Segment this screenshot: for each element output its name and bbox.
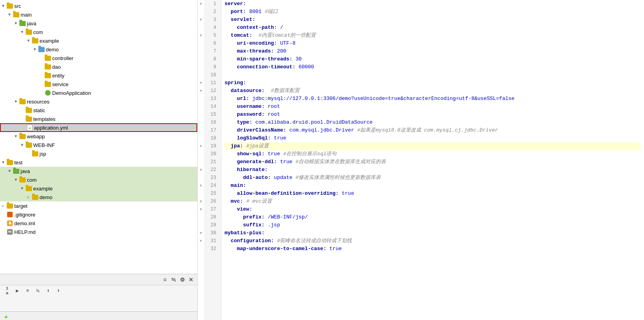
code-segment: [249, 95, 252, 103]
code-segment: type:: [237, 119, 252, 126]
tree-item-webapp[interactable]: ▼webapp: [0, 132, 197, 141]
toolbar-sort-alpha-btn[interactable]: 1a: [3, 287, 11, 295]
tree-item-test-example[interactable]: ▼example: [0, 184, 197, 193]
code-segment: connection-timeout:: [237, 63, 295, 71]
tree-arrow[interactable]: ▼: [0, 4, 6, 8]
toolbar-down-btn[interactable]: ⬇: [55, 287, 62, 295]
code-segment: [262, 8, 265, 16]
tree-item-jsp[interactable]: jsp: [0, 149, 197, 158]
tree-item-icon-folder-green: [19, 21, 26, 26]
tree-item-test-java[interactable]: ▼java: [0, 167, 197, 175]
fold-cell-31[interactable]: ▼: [198, 237, 204, 245]
code-segment: [225, 103, 237, 111]
tree-item-target[interactable]: ▷target: [0, 201, 197, 210]
tree-item-main[interactable]: ▼main: [0, 10, 197, 19]
tree-item-com[interactable]: ▼com: [0, 28, 197, 36]
tree-arrow[interactable]: ▼: [13, 134, 19, 139]
code-segment: ddl-auto:: [243, 174, 271, 182]
tree-arrow[interactable]: ▼: [19, 30, 25, 34]
tree-item-icon-folder: [25, 117, 32, 122]
tree-arrow[interactable]: ▼: [13, 21, 19, 26]
tree-item-demo[interactable]: ▼demo: [0, 45, 197, 54]
line-number-13: 13: [204, 95, 219, 103]
toolbar-play-btn[interactable]: ▶: [13, 287, 21, 295]
code-segment: allow-bean-definition-overriding:: [237, 190, 338, 198]
fold-cell-20: [198, 150, 204, 158]
code-segment: root: [268, 103, 280, 111]
line-number-11: 11: [204, 79, 219, 87]
file-tree-scroll[interactable]: ▼src▼main▼java▼com▼example▼democontrolle…: [0, 0, 197, 274]
tree-item-test-com[interactable]: ▼com: [0, 175, 197, 184]
tree-item-HELP.md[interactable]: MDHELP.md: [0, 228, 197, 236]
line-number-12: 12: [204, 87, 219, 95]
fold-cell-30[interactable]: ▼: [198, 229, 204, 237]
tree-item-dao[interactable]: dao: [0, 62, 197, 71]
tree-item-label: demo: [40, 194, 53, 200]
tree-item-example[interactable]: ▼example: [0, 36, 197, 45]
tree-item-label: src: [14, 3, 21, 9]
tree-item-DemoApplication[interactable]: DemoApplication: [0, 88, 197, 97]
tree-item-test-demo[interactable]: ▷demo: [0, 193, 197, 201]
line-number-19: 19: [204, 142, 219, 150]
structure-filter-btn[interactable]: ≒: [170, 277, 177, 283]
tree-item-java[interactable]: ▼java: [0, 19, 197, 28]
code-segment: [225, 205, 237, 213]
fold-cell-5[interactable]: ▼: [198, 32, 204, 40]
tree-arrow[interactable]: ▼: [6, 13, 13, 17]
line-numbers: 1234567891011121314151617181920212223242…: [204, 0, 221, 320]
structure-sort-btn[interactable]: ≡: [162, 277, 168, 283]
fold-cell-14: [198, 103, 204, 111]
tree-arrow[interactable]: ▼: [19, 186, 25, 191]
tree-arrow[interactable]: ▷: [0, 203, 6, 208]
fold-cell-22[interactable]: ▼: [198, 166, 204, 174]
tree-item-test[interactable]: ▼test: [0, 158, 197, 167]
fold-cell-7: [198, 47, 204, 55]
line-number-27: 27: [204, 205, 219, 213]
tree-item-label: DemoApplication: [52, 90, 91, 96]
tree-item-templates[interactable]: templates: [0, 115, 197, 123]
tree-item-static[interactable]: static: [0, 106, 197, 115]
fold-cell-1[interactable]: ▼: [198, 0, 204, 8]
tree-arrow[interactable]: ▼: [6, 169, 13, 173]
tree-item-WEB-INF[interactable]: ▼WEB-INF: [0, 141, 197, 149]
structure-close-btn[interactable]: ✕: [188, 277, 194, 283]
tree-arrow[interactable]: ▼: [0, 160, 6, 165]
tree-arrow[interactable]: ▼: [19, 143, 25, 147]
fold-cell-26[interactable]: ▼: [198, 198, 204, 205]
tree-arrow[interactable]: ▷: [25, 195, 32, 200]
tree-item-service[interactable]: service: [0, 80, 197, 88]
toolbar-up-btn[interactable]: ⬆: [44, 287, 52, 295]
tree-item-entity[interactable]: entity: [0, 71, 197, 80]
editor-content[interactable]: ▼▼▼▼▼▼▼▼▼▼▼▼ 123456789101112131415161718…: [198, 0, 644, 320]
tree-item-demo.iml[interactable]: 📄demo.iml: [0, 219, 197, 228]
fold-cell-24[interactable]: ▼: [198, 182, 204, 190]
fold-cell-32: [198, 245, 204, 253]
tree-item-src[interactable]: ▼src: [0, 2, 197, 10]
tree-arrow[interactable]: ▼: [25, 39, 32, 43]
code-segment: 8001: [249, 8, 261, 16]
fold-cell-19[interactable]: ▼: [198, 142, 204, 150]
tree-item-controller[interactable]: controller: [0, 54, 197, 62]
toolbar-collapse-btn[interactable]: ≒: [34, 287, 42, 295]
code-segment: [225, 95, 237, 103]
tree-item-icon-git: [6, 212, 13, 217]
structure-actions: ≡ ≒ ⚙ ✕: [162, 277, 194, 283]
tree-arrow[interactable]: ▼: [13, 178, 19, 182]
code-segment: true: [274, 134, 286, 142]
code-segment: com.mysql.jdbc.Driver: [289, 126, 354, 134]
tree-item-resources[interactable]: ▼resources: [0, 97, 197, 106]
tree-item-gitignore[interactable]: .gitignore: [0, 210, 197, 219]
tree-item-application.yml[interactable]: 🍃application.yml: [0, 123, 197, 132]
code-line-13: url: jdbc:mysql://127.0.0.1:3306/demo?us…: [225, 95, 641, 103]
structure-settings-btn[interactable]: ⚙: [179, 277, 185, 283]
code-segment: datasource:: [231, 87, 265, 95]
fold-cell-3[interactable]: ▼: [198, 16, 204, 24]
line-number-6: 6: [204, 40, 219, 47]
fold-cell-11[interactable]: ▼: [198, 79, 204, 87]
toolbar-expand-btn[interactable]: ≡: [24, 287, 32, 295]
fold-cell-18: [198, 134, 204, 142]
tree-arrow[interactable]: ▼: [13, 100, 19, 104]
fold-cell-27[interactable]: ▼: [198, 205, 204, 213]
fold-cell-12[interactable]: ▼: [198, 87, 204, 95]
tree-arrow[interactable]: ▼: [32, 47, 38, 52]
